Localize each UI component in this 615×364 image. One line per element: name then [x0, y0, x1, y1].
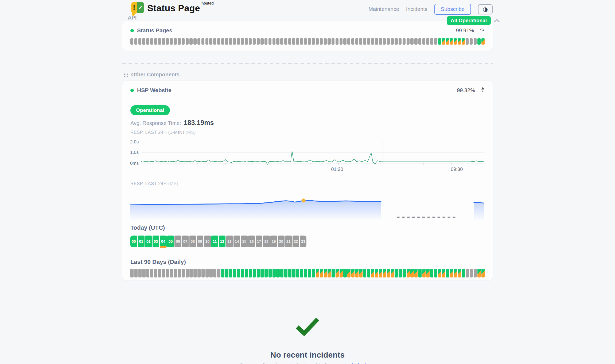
uptime-bar[interactable] [249, 269, 252, 277]
hour-block-12[interactable]: 12 [219, 236, 225, 247]
uptime-bar[interactable] [474, 38, 477, 45]
uptime-bar[interactable] [130, 38, 133, 45]
uptime-bar[interactable] [170, 38, 173, 45]
brand[interactable]: ! ✓ Status Pagehosted [131, 2, 214, 13]
uptime-bar[interactable] [142, 269, 145, 277]
uptime-bar[interactable] [422, 269, 426, 277]
uptime-bar[interactable] [450, 38, 453, 45]
uptime-bar[interactable] [138, 269, 142, 277]
uptime-bar[interactable] [399, 38, 402, 45]
uptime-bar[interactable] [367, 269, 370, 277]
uptime-bar[interactable] [375, 38, 378, 45]
uptime-bar[interactable] [308, 38, 311, 45]
uptime-bar[interactable] [280, 38, 283, 45]
uptime-bar[interactable] [403, 269, 406, 277]
uptime-bar[interactable] [304, 269, 307, 277]
uptime-bar[interactable] [134, 38, 137, 45]
uptime-bar[interactable] [217, 269, 220, 277]
uptime-bar[interactable] [328, 38, 330, 45]
uptime-bar[interactable] [418, 38, 421, 45]
uptime-bar[interactable] [351, 38, 354, 45]
daily-response-chart[interactable] [130, 187, 484, 222]
uptime-bar[interactable] [316, 38, 319, 45]
uptime-bar[interactable] [434, 38, 437, 45]
uptime-bar[interactable] [158, 269, 161, 277]
uptime-bar[interactable] [481, 38, 484, 45]
uptime-bar[interactable] [182, 38, 185, 45]
uptime-bar[interactable] [182, 269, 185, 277]
uptime-bar[interactable] [166, 269, 169, 277]
uptime-bar[interactable] [410, 269, 414, 277]
uptime-bar[interactable] [466, 38, 469, 45]
uptime-bar[interactable] [371, 269, 374, 277]
uptime-bar[interactable] [418, 269, 422, 277]
uptime-bar[interactable] [300, 269, 303, 277]
uptime-bar[interactable] [324, 38, 327, 45]
uptime-bar[interactable] [253, 269, 256, 277]
hour-block-15[interactable]: 15 [241, 236, 248, 247]
uptime-bar[interactable] [414, 38, 417, 45]
uptime-bar[interactable] [387, 269, 390, 277]
hour-block-22[interactable]: 22 [293, 236, 299, 247]
uptime-bar[interactable] [260, 269, 264, 277]
uptime-bar[interactable] [154, 38, 157, 45]
uptime-bar[interactable] [414, 269, 418, 277]
uptime-bar[interactable] [284, 38, 287, 45]
uptime-bar[interactable] [355, 38, 358, 45]
incidents-history-link[interactable]: incidents history [334, 362, 374, 364]
uptime-bar[interactable] [276, 38, 279, 45]
uptime-bar[interactable] [395, 38, 398, 45]
uptime-bar[interactable] [292, 38, 295, 45]
uptime-bar[interactable] [458, 269, 461, 277]
uptime-bar[interactable] [347, 269, 351, 277]
subscribe-button[interactable]: Subscribe [434, 4, 471, 15]
uptime-bar[interactable] [245, 269, 248, 277]
hour-block-10[interactable]: 10 [204, 236, 211, 247]
hour-block-14[interactable]: 14 [233, 236, 240, 247]
uptime-bar[interactable] [260, 38, 263, 45]
uptime-bar[interactable] [395, 269, 398, 277]
uptime-bar[interactable] [186, 269, 189, 277]
uptime-bar[interactable] [391, 38, 394, 45]
uptime-bar[interactable] [403, 38, 406, 45]
uptime-bar[interactable] [158, 38, 161, 45]
uptime-bar[interactable] [383, 38, 386, 45]
hour-block-00[interactable]: 00 [130, 236, 137, 247]
uptime-bar[interactable] [162, 38, 165, 45]
uptime-bar[interactable] [205, 269, 209, 277]
uptime-bar[interactable] [407, 269, 410, 277]
uptime-bar[interactable] [197, 269, 201, 277]
uptime-bar[interactable] [454, 269, 457, 277]
uptime-bar[interactable] [340, 269, 343, 277]
uptime-bar[interactable] [241, 269, 244, 277]
uptime-bar[interactable] [273, 38, 275, 45]
uptime-bar[interactable] [458, 38, 461, 45]
uptime-bar[interactable] [316, 269, 319, 277]
uptime-bar[interactable] [178, 269, 181, 277]
uptime-bar[interactable] [193, 269, 197, 277]
uptime-bar[interactable] [466, 269, 469, 277]
uptime-bar[interactable] [273, 269, 276, 277]
uptime-bar[interactable] [312, 269, 315, 277]
hour-block-09[interactable]: 09 [197, 236, 203, 247]
uptime-bar[interactable] [150, 269, 153, 277]
uptime-bar[interactable] [355, 269, 359, 277]
uptime-bar[interactable] [343, 269, 347, 277]
uptime-bar[interactable] [477, 269, 481, 277]
uptime-bar[interactable] [462, 269, 465, 277]
uptime-bar[interactable] [225, 269, 228, 277]
uptime-bar[interactable] [320, 38, 323, 45]
uptime-bar[interactable] [312, 38, 315, 45]
uptime-bar[interactable] [162, 269, 165, 277]
uptime-bar[interactable] [213, 269, 216, 277]
uptime-bar[interactable] [249, 38, 252, 45]
uptime-bar[interactable] [225, 38, 228, 45]
uptime-bar[interactable] [363, 269, 366, 277]
uptime-bar[interactable] [237, 269, 240, 277]
uptime-bar[interactable] [257, 269, 260, 277]
uptime-bar[interactable] [340, 38, 342, 45]
uptime-bar[interactable] [391, 269, 394, 277]
chevron-up-icon[interactable] [494, 19, 500, 22]
uptime-bar[interactable] [213, 38, 216, 45]
uptime-bar[interactable] [336, 38, 338, 45]
